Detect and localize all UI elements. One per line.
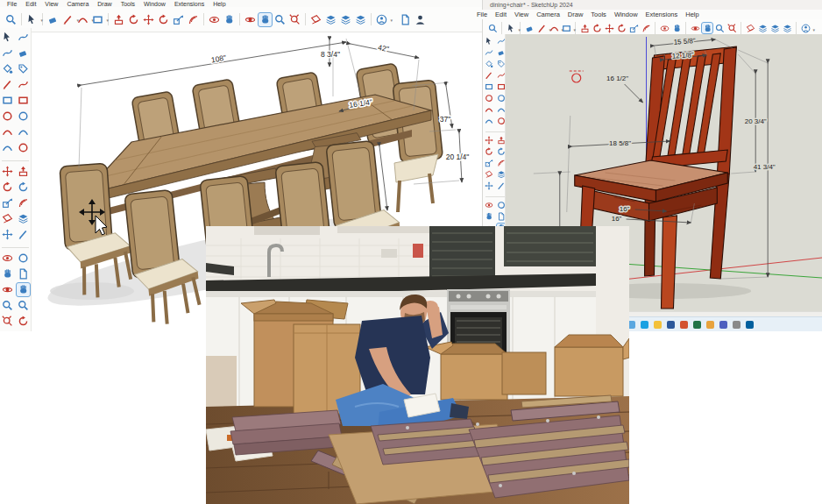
- menu-item-window[interactable]: Window: [614, 11, 638, 18]
- select-icon[interactable]: ▾: [25, 12, 39, 27]
- orbit-icon[interactable]: [0, 282, 15, 297]
- rotate-icon[interactable]: [156, 12, 171, 27]
- paint-bucket-icon[interactable]: [0, 61, 15, 76]
- push-pull-icon[interactable]: [496, 135, 506, 146]
- push-pull-icon[interactable]: [111, 12, 126, 27]
- freehand-icon[interactable]: [16, 30, 31, 45]
- taskbar-icon-teams[interactable]: [719, 321, 727, 329]
- pie-icon[interactable]: [496, 116, 506, 126]
- taskbar-icon-chrome[interactable]: [706, 321, 714, 329]
- menu-item-file[interactable]: File: [477, 11, 487, 18]
- solid-tools-icon[interactable]: [16, 211, 31, 226]
- line-icon[interactable]: ▾: [60, 12, 75, 27]
- two-point-arc-icon[interactable]: [496, 104, 506, 115]
- freehand-draw-icon[interactable]: [16, 77, 31, 92]
- menu-item-edit[interactable]: Edit: [495, 11, 507, 18]
- end-chair-right[interactable]: [393, 80, 443, 212]
- tag-icon[interactable]: [496, 59, 506, 69]
- rotate-icon[interactable]: [0, 180, 15, 195]
- push-pull-icon[interactable]: [16, 164, 31, 179]
- pan-icon[interactable]: [701, 22, 713, 34]
- taskbar-icon-word[interactable]: [667, 321, 675, 329]
- zoom-window-icon[interactable]: [16, 298, 31, 313]
- rotate-icon[interactable]: [615, 22, 627, 34]
- paint-bucket-icon[interactable]: [484, 59, 494, 69]
- look-around-icon[interactable]: [496, 200, 506, 210]
- rectangle-icon[interactable]: ▾: [560, 22, 572, 34]
- circle-icon[interactable]: [484, 93, 494, 103]
- follow-me-icon[interactable]: [126, 12, 141, 27]
- position-camera-icon[interactable]: [484, 200, 494, 210]
- menu-item-camera[interactable]: Camera: [536, 11, 560, 18]
- section-display-icon[interactable]: [781, 22, 793, 34]
- eraser-icon[interactable]: [496, 47, 506, 58]
- eraser-icon[interactable]: [16, 46, 31, 60]
- section-plane-icon[interactable]: [484, 169, 494, 180]
- three-point-arc-icon[interactable]: [0, 140, 15, 155]
- eraser-icon[interactable]: [523, 22, 535, 34]
- three-point-arc-icon[interactable]: [484, 116, 494, 126]
- offset-icon[interactable]: [186, 12, 201, 27]
- follow-me-icon[interactable]: [591, 22, 603, 34]
- move-icon[interactable]: [484, 135, 494, 146]
- section-fill-icon[interactable]: [769, 22, 781, 34]
- axes-icon[interactable]: [0, 227, 15, 242]
- lasso-icon[interactable]: [0, 46, 15, 60]
- dropdown-caret-icon[interactable]: ▾: [40, 18, 43, 23]
- walk-icon[interactable]: [0, 266, 15, 281]
- section-cut-icon[interactable]: [323, 12, 338, 27]
- text-icon[interactable]: [496, 211, 506, 222]
- pan-icon[interactable]: [258, 12, 273, 27]
- arc-icon[interactable]: ▾: [75, 12, 90, 27]
- menu-item-help[interactable]: Help: [685, 11, 698, 18]
- menu-item-tools[interactable]: Tools: [591, 11, 606, 18]
- polygon-icon[interactable]: [16, 109, 31, 124]
- scale-icon[interactable]: [484, 158, 494, 168]
- position-camera-icon[interactable]: [207, 12, 222, 27]
- arc-icon[interactable]: [0, 124, 15, 139]
- rectangle-icon[interactable]: [484, 82, 494, 92]
- account-person-icon[interactable]: [413, 12, 428, 27]
- orbit-icon[interactable]: [689, 22, 701, 34]
- section-plane-icon[interactable]: [0, 211, 15, 226]
- rotated-rectangle-icon[interactable]: [16, 93, 31, 108]
- taskbar-icon-app[interactable]: [733, 321, 741, 329]
- search-icon[interactable]: [486, 22, 499, 34]
- orbit-icon[interactable]: [243, 12, 258, 27]
- zoom-icon[interactable]: [0, 298, 15, 313]
- arc-icon[interactable]: [484, 104, 494, 115]
- two-point-arc-icon[interactable]: [16, 124, 31, 139]
- menu-item-draw[interactable]: Draw: [568, 11, 584, 18]
- select-icon[interactable]: ▾: [505, 22, 517, 34]
- dropdown-caret-icon[interactable]: ▾: [518, 27, 521, 32]
- move-icon[interactable]: [0, 164, 15, 179]
- move-icon[interactable]: [141, 12, 156, 27]
- pie-icon[interactable]: [16, 140, 31, 155]
- new-document-icon[interactable]: [398, 12, 413, 27]
- line-icon[interactable]: [0, 77, 15, 92]
- text-icon[interactable]: [16, 266, 31, 281]
- taskbar-icon-excel[interactable]: [693, 321, 701, 329]
- line-icon[interactable]: ▾: [535, 22, 548, 34]
- taskbar-icon-edge[interactable]: [641, 321, 648, 329]
- line-icon[interactable]: [484, 70, 494, 81]
- zoom-extents-icon[interactable]: [287, 12, 302, 27]
- menu-item-view[interactable]: View: [514, 11, 528, 18]
- polygon-icon[interactable]: [496, 93, 506, 103]
- zoom-extents-icon[interactable]: [726, 22, 738, 34]
- search-icon[interactable]: [4, 12, 18, 27]
- previous-view-icon[interactable]: [16, 314, 31, 329]
- offset-icon[interactable]: [16, 195, 31, 210]
- dimensions-icon[interactable]: [496, 181, 506, 191]
- rotate-icon[interactable]: [484, 146, 494, 157]
- dropdown-caret-icon[interactable]: ▾: [812, 27, 815, 32]
- menu-item-extensions[interactable]: Extensions: [646, 11, 678, 18]
- section-cut-icon[interactable]: [756, 22, 769, 34]
- dropdown-caret-icon[interactable]: ▾: [106, 18, 109, 23]
- taskbar-icon-folder[interactable]: [654, 321, 662, 329]
- taskbar-icon-powerpoint[interactable]: [680, 321, 688, 329]
- taskbar-icon-sketchup[interactable]: [746, 321, 754, 329]
- section-plane-icon[interactable]: [744, 22, 756, 34]
- solid-tools-icon[interactable]: [496, 169, 506, 180]
- pan-icon[interactable]: [16, 282, 31, 297]
